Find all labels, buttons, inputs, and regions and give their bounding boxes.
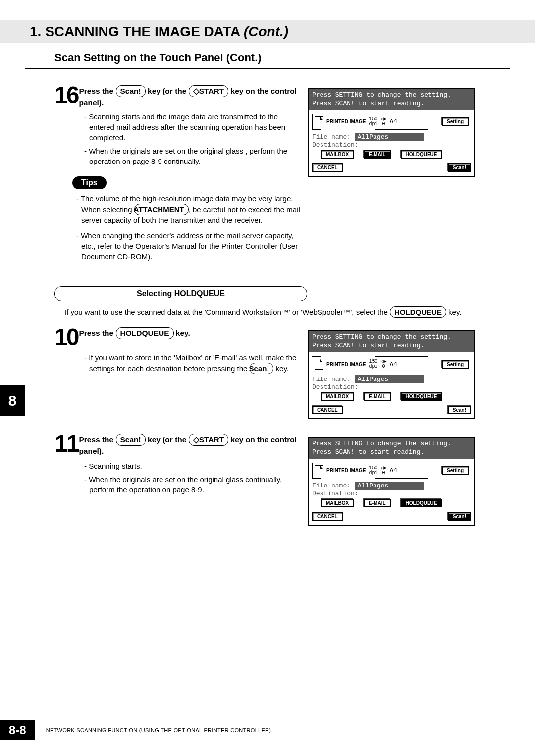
step16-t1: Press the xyxy=(79,87,115,95)
touch-panel-screen-2: Press SETTING to change the setting. Pre… xyxy=(308,330,475,419)
s2-line2: Press SCAN! to start reading. xyxy=(312,342,471,350)
step-16: 16 Press the Scan! key (or the ◇START ke… xyxy=(54,84,302,108)
mailbox-button[interactable]: MAILBOX xyxy=(321,392,354,401)
tips-bullet-2: When changing the sender's address or th… xyxy=(81,230,302,262)
paper-size: A4 xyxy=(390,361,398,368)
page-footer: 8-8 NETWORK SCANNING FUNCTION (USING THE… xyxy=(0,720,271,740)
dpi-unit: dpi xyxy=(369,471,377,476)
email-button[interactable]: E-MAIL xyxy=(364,392,390,401)
dpi-display: 150 dpi xyxy=(369,117,377,127)
holdqueue-button-selected[interactable]: HOLDQUEUE xyxy=(401,392,442,401)
s2-line1: Press SETTING to change the setting. xyxy=(312,333,471,342)
s10-b-post: key. xyxy=(273,364,289,373)
filename-value[interactable]: AllPages xyxy=(355,482,424,490)
filename-label: File name: xyxy=(312,133,351,141)
step11-bullets: Scanning starts. When the originals are … xyxy=(84,461,302,495)
cancel-button[interactable]: CANCEL xyxy=(312,406,343,414)
section-title: Scan Setting on the Touch Panel (Cont.) xyxy=(25,43,510,69)
step11-bullet-1: Scanning starts. xyxy=(89,461,302,471)
hq-intro-post: key. xyxy=(446,308,462,316)
step16-bullets: Scanning starts and the image data are t… xyxy=(84,111,302,166)
destination-label: Destination: xyxy=(312,383,471,391)
screen-line2: Press SCAN! to start reading. xyxy=(312,100,471,108)
screen-instruction-2: Press SETTING to change the setting. Pre… xyxy=(309,331,474,352)
start-key-oval-2: ◇START xyxy=(189,434,229,446)
step16-bullet-2: When the originals are set on the origin… xyxy=(89,146,302,166)
mailbox-button[interactable]: MAILBOX xyxy=(321,150,354,159)
attachment-key-oval: ATTACHMENT xyxy=(134,204,189,215)
setting-button[interactable]: Setting xyxy=(442,466,469,475)
holdqueue-key-oval-2: HOLDQUEUE xyxy=(116,327,174,339)
holdqueue-intro: If you want to use the scanned data at t… xyxy=(64,306,510,318)
holdqueue-button[interactable]: HOLDQUEUE xyxy=(401,150,442,159)
s11-t1: Press the xyxy=(79,435,115,444)
email-button[interactable]: E-MAIL xyxy=(364,499,390,507)
scan-key-oval-3: Scan! xyxy=(116,434,146,446)
scan-key-oval: Scan! xyxy=(116,85,146,97)
scan-button[interactable]: Scan! xyxy=(448,163,471,172)
page-icon xyxy=(315,465,323,476)
chapter-title: 1. SCANNING THE IMAGE DATA (Cont.) xyxy=(30,24,288,39)
destination-label: Destination: xyxy=(312,141,471,149)
screen-instruction-3: Press SETTING to change the setting. Pre… xyxy=(309,438,474,459)
orientation-icon: ◁▶ 0 xyxy=(380,359,386,369)
screen-line1: Press SETTING to change the setting. xyxy=(312,91,471,100)
chapter-title-suffix: (Cont.) xyxy=(244,24,288,39)
touch-panel-screen-1: Press SETTING to change the setting. Pre… xyxy=(308,88,475,177)
step-number-11: 11 xyxy=(54,433,78,454)
hq-intro-pre: If you want to use the scanned data at t… xyxy=(64,308,390,316)
page-icon xyxy=(315,359,323,370)
dpi-unit: dpi xyxy=(369,364,377,369)
step16-t2: key (or the xyxy=(146,87,189,95)
s10-t2: key. xyxy=(174,329,190,337)
step10-bullets: If you want to store in the 'Mailbox' or… xyxy=(84,352,302,374)
tips-badge: Tips xyxy=(72,176,107,189)
step-11: 11 Press the Scan! key (or the ◇START ke… xyxy=(54,433,302,456)
filename-value[interactable]: AllPages xyxy=(355,133,424,141)
dpi-unit: dpi xyxy=(369,122,377,127)
footer-text: NETWORK SCANNING FUNCTION (USING THE OPT… xyxy=(46,727,271,733)
holdqueue-button-selected[interactable]: HOLDQUEUE xyxy=(401,499,442,507)
destination-label: Destination: xyxy=(312,490,471,497)
filename-label: File name: xyxy=(312,376,351,383)
holdqueue-key-oval: HOLDQUEUE xyxy=(390,306,446,318)
chapter-title-text: 1. SCANNING THE IMAGE DATA xyxy=(30,24,240,39)
cancel-button[interactable]: CANCEL xyxy=(312,163,343,172)
filename-label: File name: xyxy=(312,482,351,489)
page-icon xyxy=(315,116,323,127)
step16-bullet-1: Scanning starts and the image data are t… xyxy=(89,111,302,143)
scan-button[interactable]: Scan! xyxy=(448,512,471,521)
orientation-icon: ◁▶ 0 xyxy=(380,117,386,127)
step11-bullet-2: When the originals are set on the origin… xyxy=(89,474,302,495)
subsection-header: Selecting HOLDQUEUE xyxy=(54,286,307,301)
cancel-button[interactable]: CANCEL xyxy=(312,512,343,521)
dpi-display: 150 dpi xyxy=(369,359,377,369)
paper-size: A4 xyxy=(390,118,398,125)
paper-size: A4 xyxy=(390,467,398,474)
arrows-num: 0 xyxy=(380,364,386,369)
screen-instruction: Press SETTING to change the setting. Pre… xyxy=(309,89,474,110)
step-11-text: Press the Scan! key (or the ◇START key o… xyxy=(79,433,302,456)
step-10: 10 Press the HOLDQUEUE key. xyxy=(54,326,302,348)
s10-t1: Press the xyxy=(79,329,115,337)
s11-t2: key (or the xyxy=(146,435,189,444)
email-button-selected[interactable]: E-MAIL xyxy=(364,150,390,159)
arrows-num: 0 xyxy=(380,122,386,127)
page-number: 8-8 xyxy=(0,720,35,740)
s3-line1: Press SETTING to change the setting. xyxy=(312,440,471,448)
scan-button[interactable]: Scan! xyxy=(448,406,471,414)
chapter-tab: 8 xyxy=(0,385,25,416)
step-number-10: 10 xyxy=(54,326,78,348)
step-10-text: Press the HOLDQUEUE key. xyxy=(79,326,190,339)
step10-bullet-1: If you want to store in the 'Mailbox' or… xyxy=(89,352,302,374)
setting-button[interactable]: Setting xyxy=(442,117,469,126)
printed-image-label: PRINTED IMAGE xyxy=(326,119,366,124)
mailbox-button[interactable]: MAILBOX xyxy=(321,499,354,507)
touch-panel-screen-3: Press SETTING to change the setting. Pre… xyxy=(308,437,475,526)
dpi-display: 150 dpi xyxy=(369,466,377,476)
setting-button[interactable]: Setting xyxy=(442,360,469,369)
filename-value[interactable]: AllPages xyxy=(355,375,424,383)
printed-image-label: PRINTED IMAGE xyxy=(326,362,366,367)
arrows-num: 0 xyxy=(380,471,386,476)
chapter-title-bar: 1. SCANNING THE IMAGE DATA (Cont.) xyxy=(0,20,535,43)
